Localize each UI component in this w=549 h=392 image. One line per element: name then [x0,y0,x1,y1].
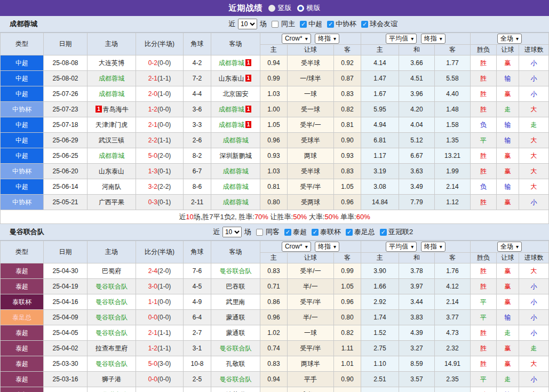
radio-horizontal[interactable]: 横版 [297,3,321,13]
match-date: 25-04-16 [44,294,87,310]
result-goals: 小 [519,294,549,310]
fulltime-dropdown[interactable]: 全场▾ [497,34,522,44]
fulltime-score: 0-0 [148,375,157,383]
league-badge: 中协杯 [1,195,44,210]
halftime-score: (1-1) [157,345,171,352]
league-checkbox[interactable]: ✓ [284,229,291,236]
col-result-wl: 胜负 [471,253,497,263]
match-date: 25-08-08 [44,55,87,71]
average-dropdown[interactable]: 平均值▾ [386,242,417,252]
halftime-score: (3-0) [157,360,171,367]
recent-count-select[interactable]: 10 [238,19,257,29]
section-bar: 成都蓉城 近10场同主✓中超✓中协杯✓球会友谊 [0,16,549,33]
avg-draw: 3.66 [399,55,435,71]
odds-away: 0.83 [334,164,361,179]
avg-away: 1.99 [435,164,471,179]
odds-source-dropdown[interactable]: Crow*▾ [282,34,311,44]
odds-dropdown-cell: Crow*▾ 终指▾ [260,33,361,45]
league-checkbox[interactable]: ✓ [346,229,353,236]
avg-draw: 7.79 [399,195,435,210]
fulltime-dropdown[interactable]: 全场▾ [497,242,522,252]
league-checkbox[interactable]: ✓ [327,21,334,28]
col-odds-home: 主 [260,45,288,55]
radio-vertical[interactable]: 竖版 [268,3,292,13]
league-checkbox[interactable]: ✓ [380,229,387,236]
avg-draw: 4.20 [399,102,435,117]
halftime-score: (0-1) [157,167,171,175]
league-checkbox[interactable]: ✓ [312,229,319,236]
corner-count: 6-7 [184,164,211,179]
corner-count: 2-2 [184,387,211,392]
result-handicap: 赢 [497,294,519,310]
league-badge: 中超 [1,133,44,148]
avg-draw: 5.12 [399,133,435,148]
corner-count: 4-2 [184,55,211,71]
avg-home: 1.10 [361,356,399,372]
team-name: 成都蓉城 [10,19,37,29]
same-venue-checkbox[interactable] [256,229,263,236]
odds-away: 0.84 [334,387,361,392]
league-checkbox-label: 泰足总 [354,227,375,237]
result-wl: 胜 [471,86,497,102]
home-team-name: 曼谷联合队 [96,314,128,321]
away-team-name: 孔敬联 [226,360,245,367]
league-checkbox[interactable]: ✓ [361,21,368,28]
chevron-down-icon: ▾ [516,244,519,250]
odds-away: 0.82 [334,102,361,117]
summary-text: 50% [293,213,307,221]
chevron-down-icon: ▾ [411,36,413,42]
halftime-score: (0-0) [157,59,171,67]
corner-count: 2-5 [184,372,211,387]
result-wl: 胜 [471,263,497,279]
results-table: 类型 日期 主场 比分(半场) 角球 客场 Crow*▾ 终指▾ 平均值▾ 终指… [0,241,549,392]
radio-selected-icon[interactable] [268,5,275,12]
odds-home: 1.00 [260,102,288,117]
result-handicap: 走 [497,325,519,341]
result-handicap: 赢 [497,86,519,102]
same-venue-checkbox[interactable] [272,21,279,28]
average-dropdown[interactable]: 平均值▾ [386,34,417,44]
odds-handicap: 一球 [288,325,334,341]
match-row: 泰超25-04-19曼谷联合队3-0(1-0)4-5巴吞联0.71半/一1.05… [1,279,549,294]
final-odds-dropdown-2[interactable]: 终指▾ [421,34,445,44]
avg-away: 5.58 [435,71,471,86]
home-team: 广西平果 [87,195,136,210]
home-team: 天津津门虎 [87,117,136,133]
away-team: 成都蓉城 [211,133,260,148]
red-card-badge: 1 [96,106,102,113]
recent-count-select[interactable]: 10 [222,227,242,237]
odds-home: 0.71 [260,279,288,294]
radio-unselected-icon[interactable] [297,5,304,12]
col-type: 类型 [1,33,44,55]
result-goals: 大 [519,387,549,392]
result-handicap: 走 [497,102,519,117]
chevron-down-icon: ▾ [305,244,308,250]
result-wl: 胜 [471,55,497,71]
match-score: 1-1(0-0) [136,294,184,310]
radio-vertical-label: 竖版 [278,3,292,13]
match-score: 3-2(2-2) [136,387,184,392]
odds-home: 1.02 [260,325,288,341]
odds-source-dropdown[interactable]: Crow*▾ [282,242,311,252]
result-wl: 平 [471,310,497,325]
home-team: 成都蓉城 [87,148,136,164]
avg-away: 2.14 [435,179,471,195]
league-checkbox[interactable]: ✓ [300,21,307,28]
final-odds-dropdown[interactable]: 终指▾ [315,242,339,252]
league-badge: 中协杯 [1,164,44,179]
average-label: 平均值 [389,243,408,250]
league-badge: 中超 [1,71,44,86]
away-team: 武里南 [211,294,260,310]
odds-handicap: 两球半 [288,356,334,372]
final-odds-dropdown[interactable]: 终指▾ [315,34,339,44]
result-handicap: 输 [497,310,519,325]
filter-prefix-label: 近 [228,19,235,29]
league-badge: 泰超 [1,325,44,341]
fulltime-score: 0-3 [148,198,157,206]
avg-away: 4.73 [435,325,471,341]
final-odds-dropdown-2[interactable]: 终指▾ [421,242,445,252]
league-checkbox-label: 泰超 [293,227,307,237]
home-team: 巴蜀府 [87,263,136,279]
odds-away: 0.82 [334,325,361,341]
odds-handicap: 半/一 [288,279,334,294]
